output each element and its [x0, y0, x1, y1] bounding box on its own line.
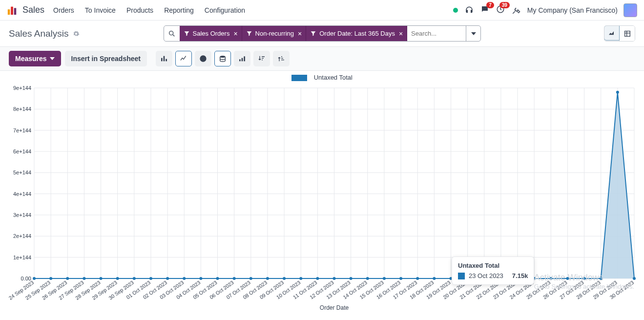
activity-button[interactable]: 39	[496, 5, 505, 15]
svg-point-91	[399, 277, 402, 280]
svg-point-75	[133, 277, 136, 280]
svg-rect-5	[161, 58, 163, 62]
top-nav: Sales Orders To Invoice Products Reporti…	[0, 0, 644, 21]
area-chart-icon	[608, 29, 616, 37]
svg-point-4	[169, 31, 173, 35]
svg-point-76	[149, 277, 152, 280]
svg-point-88	[350, 277, 353, 280]
view-graph-button[interactable]	[604, 25, 620, 41]
gear-icon[interactable]	[73, 30, 80, 37]
tools-icon[interactable]	[512, 6, 520, 15]
svg-point-100	[549, 277, 552, 280]
funnel-icon	[184, 30, 190, 37]
svg-point-89	[366, 277, 369, 280]
svg-point-81	[233, 277, 236, 280]
caret-down-icon	[471, 32, 476, 35]
svg-point-72	[83, 277, 85, 280]
svg-text:7e+144: 7e+144	[13, 128, 31, 133]
measures-button[interactable]: Measures	[9, 51, 61, 66]
user-avatar[interactable]	[623, 3, 637, 17]
svg-text:1e+144: 1e+144	[13, 255, 31, 260]
svg-point-87	[333, 277, 336, 280]
chart-sort-desc[interactable]	[253, 51, 270, 66]
svg-point-77	[166, 277, 169, 280]
chart-type-bar[interactable]	[156, 51, 172, 66]
search-dropdown-toggle[interactable]	[466, 26, 480, 41]
app-logo-icon	[7, 5, 18, 16]
svg-text:3e+144: 3e+144	[13, 212, 31, 218]
svg-point-92	[416, 277, 419, 280]
svg-rect-11	[244, 56, 245, 61]
chart-type-line[interactable]	[175, 51, 192, 66]
headset-icon[interactable]	[465, 6, 474, 15]
nav-links: Orders To Invoice Products Reporting Con…	[53, 6, 245, 14]
sort-desc-icon	[258, 55, 266, 63]
sort-asc-icon	[277, 55, 285, 63]
nav-link-configuration[interactable]: Configuration	[205, 6, 245, 14]
svg-point-85	[299, 277, 302, 280]
legend-label: Untaxed Total	[314, 74, 353, 81]
filter-chip-non-recurring[interactable]: Non-recurring ×	[242, 26, 307, 41]
legend-swatch-icon	[291, 75, 307, 81]
chart-type-bar-h[interactable]	[234, 51, 250, 66]
nav-link-reporting[interactable]: Reporting	[164, 6, 194, 14]
chart-svg: 0.001e+1442e+1443e+1444e+1445e+1446e+144…	[5, 83, 639, 313]
svg-text:Order Date: Order Date	[320, 304, 349, 311]
svg-point-82	[249, 277, 252, 280]
bar-chart-icon	[160, 55, 168, 63]
close-icon[interactable]: ×	[399, 30, 403, 38]
activity-badge: 39	[499, 2, 510, 8]
svg-point-103	[600, 277, 602, 280]
svg-point-8	[220, 56, 226, 58]
search-icon[interactable]	[168, 30, 176, 38]
insert-spreadsheet-button[interactable]: Insert in Spreadsheet	[65, 51, 147, 66]
close-icon[interactable]: ×	[298, 30, 302, 38]
filter-chip-sales-orders[interactable]: Sales Orders ×	[180, 26, 242, 41]
chat-button[interactable]: 7	[480, 5, 489, 15]
caret-down-icon	[50, 57, 55, 60]
chat-badge: 7	[486, 2, 494, 8]
svg-rect-10	[242, 58, 243, 62]
chart-type-stacked[interactable]	[214, 51, 231, 66]
chart-type-pie[interactable]	[195, 51, 211, 66]
presence-indicator-icon	[453, 8, 458, 13]
filter-chip-label: Order Date: Last 365 Days	[319, 30, 395, 37]
close-icon[interactable]: ×	[233, 30, 237, 38]
filter-chip-order-date[interactable]: Order Date: Last 365 Days ×	[306, 26, 407, 41]
chart-sort-asc[interactable]	[273, 51, 290, 66]
status-tray: 7 39	[453, 5, 520, 15]
svg-rect-6	[164, 56, 165, 62]
svg-rect-0	[8, 9, 10, 15]
chart-legend[interactable]: Untaxed Total	[5, 74, 639, 81]
svg-point-102	[583, 277, 586, 280]
pivot-icon	[623, 30, 631, 38]
nav-link-to-invoice[interactable]: To Invoice	[85, 6, 116, 14]
search-input[interactable]	[407, 26, 466, 41]
svg-point-73	[100, 277, 103, 280]
svg-point-80	[216, 277, 219, 280]
filter-chip-label: Sales Orders	[193, 30, 230, 37]
svg-point-83	[266, 277, 269, 280]
svg-text:9e+144: 9e+144	[13, 85, 31, 91]
company-selector[interactable]: My Company (San Francisco)	[527, 6, 618, 14]
view-pivot-button[interactable]	[619, 26, 635, 41]
svg-text:2e+144: 2e+144	[13, 233, 31, 239]
svg-point-71	[66, 277, 69, 280]
chart-type-group	[156, 51, 290, 66]
svg-point-79	[199, 277, 202, 280]
svg-rect-1	[11, 6, 13, 15]
app-title[interactable]: Sales	[22, 5, 44, 15]
chart-container: Untaxed Total 0.001e+1442e+1443e+1444e+1…	[0, 71, 644, 315]
nav-link-products[interactable]: Products	[126, 6, 153, 14]
svg-point-70	[49, 277, 52, 280]
svg-text:5e+144: 5e+144	[13, 170, 31, 175]
svg-point-104	[616, 91, 619, 94]
page-title-text: Sales Analysis	[9, 28, 69, 39]
svg-point-74	[116, 277, 119, 280]
measures-label: Measures	[15, 55, 47, 63]
nav-link-orders[interactable]: Orders	[53, 6, 74, 14]
stack-icon	[219, 55, 227, 63]
bar-asc-icon	[238, 55, 246, 63]
svg-point-90	[383, 277, 386, 280]
tooltip-date: 23 Oct 2023	[469, 272, 503, 279]
